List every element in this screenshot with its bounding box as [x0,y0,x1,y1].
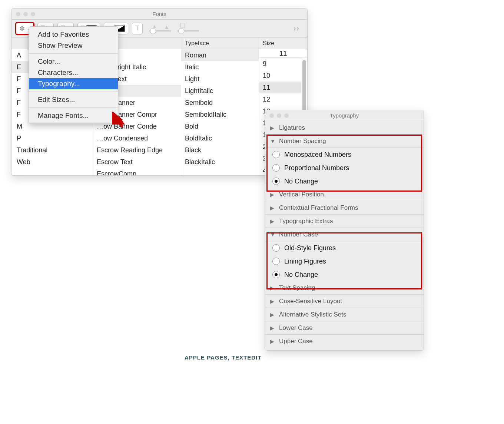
radio-option[interactable]: No Change [265,268,424,281]
section-label: Lower Case [279,324,313,332]
menu-item[interactable]: Typography... [29,78,118,89]
section-label: Alternative Stylistic Sets [279,311,346,318]
menu-item[interactable]: Add to Favorites [29,29,118,40]
section-label: Vertical Position [279,191,324,198]
list-item[interactable]: Escrow Text [93,156,181,168]
radio-label: Lining Figures [284,258,326,265]
disclosure-row[interactable]: ▶Contextual Fractional Forms [265,201,424,215]
triangle-right-icon: ▶ [270,285,276,291]
disclosure-row[interactable]: ▶Typographic Extras [265,215,424,228]
typography-title: Typography [265,112,424,119]
square-icon [180,23,185,27]
caption-text: APPLE PAGES, TEXTEDIT [185,354,261,361]
triangle-right-icon: ▶ [270,205,276,211]
list-item[interactable]: Roman [181,49,259,61]
disclosure-row[interactable]: ▶Text Spacing [265,281,424,295]
list-item[interactable]: Italic [181,61,259,73]
typography-titlebar: Typography [265,110,424,121]
radio-icon [272,258,280,265]
radio-option[interactable]: No Change [265,175,424,188]
menu-item[interactable]: Characters... [29,67,118,78]
typography-window: Typography ▶Ligatures▼Number SpacingMono… [265,110,424,351]
list-item[interactable]: BlackItalic [181,156,259,168]
triangle-right-icon: ▶ [270,125,276,131]
radio-icon [272,178,280,185]
section-label: Case-Sensitive Layout [279,298,342,305]
list-item[interactable]: 10 [259,70,301,82]
radio-option[interactable]: Old-Style Figures [265,241,424,255]
list-item[interactable]: 12 [259,93,301,105]
list-item[interactable]: BoldItalic [181,132,259,144]
disclosure-row[interactable]: ▶Vertical Position [265,188,424,201]
disclosure-row[interactable]: ▶Lower Case [265,321,424,335]
section-label: Number Spacing [279,138,326,145]
menu-item[interactable]: Manage Fonts... [29,110,118,121]
radio-label: Proportional Numbers [284,164,349,172]
triangle-down-icon: ▼ [270,232,276,238]
triangle-large-icon: ▲ [164,24,169,30]
section-label: Ligatures [279,124,305,132]
list-item[interactable]: Black [181,144,259,156]
list-item[interactable]: SemiboldItalic [181,109,259,120]
disclosure-row[interactable]: ▶Upper Case [265,335,424,348]
list-item[interactable]: Traditional [11,144,93,156]
radio-label: Monospaced Numbers [284,151,351,159]
list-item[interactable]: 9 [259,58,301,70]
disclosure-row[interactable]: ▶Case-Sensitive Layout [265,295,424,308]
radio-label: No Change [284,271,318,279]
section-label: Typographic Extras [279,218,333,225]
disclosure-row[interactable]: ▶Alternative Stylistic Sets [265,308,424,321]
fonts-titlebar: Fonts [11,9,307,20]
fonts-window: Fonts ✽ ⌄ T⌄ T⌄ T ▢ T ▲ ▲ ›› …ily Typefa [11,8,308,176]
triangle-right-icon: ▶ [270,338,276,344]
size-input[interactable]: 11 [259,49,307,58]
gear-dropdown-menu[interactable]: Add to FavoritesShow PreviewColor...Char… [29,26,118,124]
radio-icon [272,164,280,172]
radio-label: No Change [284,178,318,185]
gear-icon: ✽ [19,24,25,33]
triangle-right-icon: ▶ [270,218,276,224]
section-label: Text Spacing [279,284,315,292]
section-label: Number Case [279,231,318,238]
menu-item[interactable]: Show Preview [29,40,118,51]
list-item[interactable]: EscrowComp [93,168,181,175]
list-item[interactable]: 11 [259,82,301,93]
size-slider-2[interactable] [178,23,199,34]
triangle-down-icon: ▼ [270,138,276,144]
disclosure-row[interactable]: ▼Number Spacing [265,135,424,148]
list-item[interactable]: Semibold [181,97,259,109]
triangle-right-icon: ▶ [270,298,276,304]
list-item[interactable]: Light [181,73,259,85]
triangle-right-icon: ▶ [270,312,276,318]
triangle-right-icon: ▶ [270,192,276,198]
section-label: Contextual Fractional Forms [279,204,358,212]
size-slider-1[interactable]: ▲ ▲ [149,23,171,34]
list-item[interactable]: …ow Condensed [93,132,181,144]
toolbar-overflow[interactable]: ›› [291,23,303,34]
typefaces-list[interactable]: RomanItalicLightLightItalicSemiboldSemib… [181,49,259,175]
typography-body: ▶Ligatures▼Number SpacingMonospaced Numb… [265,121,424,350]
radio-label: Old-Style Figures [284,244,336,252]
menu-item[interactable]: Color... [29,56,118,67]
radio-icon [272,151,280,158]
list-item[interactable]: Escrow Reading Edge [93,144,181,156]
radio-icon [272,271,280,278]
size-input-value[interactable]: 11 [272,49,294,57]
radio-option[interactable]: Proportional Numbers [265,161,424,175]
fonts-title: Fonts [11,11,307,17]
text-effects-button[interactable]: T [132,23,143,34]
list-item[interactable]: Bold [181,120,259,132]
radio-option[interactable]: Monospaced Numbers [265,148,424,161]
list-item[interactable]: Web [11,156,93,168]
disclosure-row[interactable]: ▶Ligatures [265,121,424,135]
radio-option[interactable]: Lining Figures [265,255,424,268]
list-item[interactable]: P [11,132,93,144]
menu-item[interactable]: Edit Sizes... [29,94,118,105]
section-label: Upper Case [279,338,313,345]
disclosure-row[interactable]: ▼Number Case [265,228,424,241]
triangle-right-icon: ▶ [270,325,276,331]
list-item[interactable]: LightItalic [181,85,259,97]
col-typeface-header[interactable]: Typeface [181,37,259,49]
radio-icon [272,244,280,252]
col-size-header[interactable]: Size [259,37,307,49]
